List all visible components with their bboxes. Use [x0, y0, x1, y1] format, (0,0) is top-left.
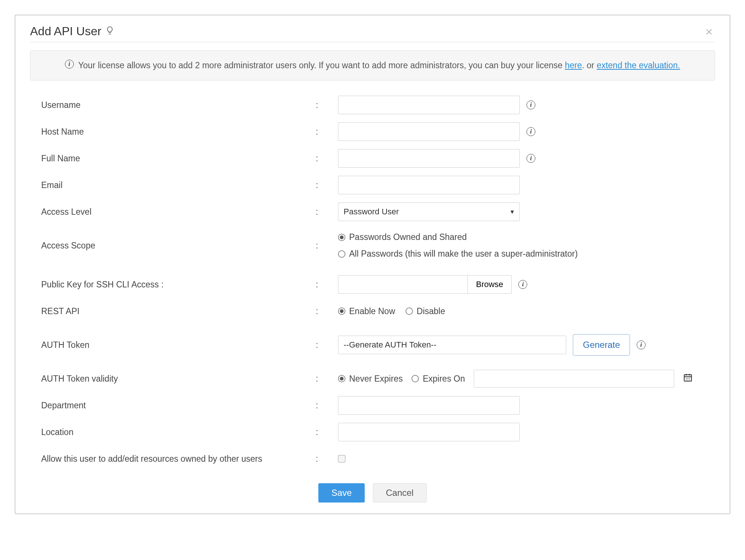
svg-point-7: [686, 380, 687, 381]
save-button[interactable]: Save: [318, 483, 365, 503]
generate-button[interactable]: Generate: [573, 334, 630, 356]
validity-expires-label: Expires On: [423, 374, 465, 384]
fullname-label: Full Name: [41, 154, 316, 164]
ssh-key-input[interactable]: [338, 275, 468, 294]
email-input[interactable]: [338, 176, 520, 194]
svg-point-9: [689, 380, 690, 381]
info-icon[interactable]: i: [637, 340, 646, 349]
radio-icon: [338, 234, 345, 241]
access-level-label: Access Level: [41, 207, 316, 217]
hostname-input[interactable]: [338, 122, 520, 141]
rest-api-enable-radio[interactable]: Enable Now: [338, 306, 395, 316]
notice-part1: Your license allows you to add 2 more ad…: [78, 60, 565, 70]
access-level-select[interactable]: Password User: [338, 202, 520, 221]
validity-never-label: Never Expires: [349, 374, 403, 384]
info-icon[interactable]: i: [518, 280, 527, 289]
location-input[interactable]: [338, 423, 520, 441]
calendar-icon[interactable]: [683, 373, 693, 385]
svg-point-4: [686, 378, 687, 379]
validity-never-radio[interactable]: Never Expires: [338, 374, 403, 384]
info-icon: i: [65, 60, 74, 69]
extend-evaluation-link[interactable]: extend the evaluation.: [597, 60, 680, 70]
auth-token-input[interactable]: [338, 336, 566, 354]
dialog-header: Add API User ×: [30, 24, 715, 42]
validity-expires-radio[interactable]: Expires On: [411, 374, 465, 384]
info-icon[interactable]: i: [526, 127, 535, 136]
auth-token-label: AUTH Token: [41, 340, 316, 350]
radio-icon: [406, 307, 413, 315]
buy-license-link[interactable]: here: [565, 60, 582, 70]
svg-point-6: [689, 378, 690, 379]
fullname-input[interactable]: [338, 149, 520, 168]
username-input[interactable]: [338, 96, 520, 114]
dialog-title: Add API User: [30, 24, 101, 38]
ssh-key-label: Public Key for SSH CLI Access :: [41, 280, 316, 290]
access-scope-all-radio[interactable]: All Passwords (this will make the user a…: [338, 249, 578, 259]
username-label: Username: [41, 100, 316, 110]
svg-point-5: [687, 378, 688, 379]
expiry-date-input[interactable]: [474, 370, 674, 388]
rest-api-disable-radio[interactable]: Disable: [406, 306, 445, 316]
rest-api-enable-label: Enable Now: [349, 306, 395, 316]
allow-edit-checkbox[interactable]: [338, 455, 345, 462]
access-scope-owned-label: Passwords Owned and Shared: [349, 232, 467, 242]
license-notice: i Your license allows you to add 2 more …: [30, 50, 715, 80]
notice-text: Your license allows you to add 2 more ad…: [78, 58, 680, 73]
location-label: Location: [41, 427, 316, 437]
close-icon[interactable]: ×: [703, 25, 715, 38]
add-api-user-dialog: Add API User × i Your license allows you…: [15, 15, 730, 514]
rest-api-label: REST API: [41, 306, 316, 316]
cancel-button[interactable]: Cancel: [373, 483, 427, 503]
department-input[interactable]: [338, 396, 520, 415]
svg-point-8: [687, 380, 688, 381]
hint-bulb-icon[interactable]: [105, 26, 115, 37]
browse-button[interactable]: Browse: [467, 275, 512, 294]
access-scope-label: Access Scope: [41, 241, 316, 251]
auth-validity-label: AUTH Token validity: [41, 374, 316, 384]
hostname-label: Host Name: [41, 127, 316, 137]
radio-icon: [411, 375, 419, 382]
notice-part2: . or: [582, 60, 597, 70]
allow-edit-label: Allow this user to add/edit resources ow…: [41, 454, 316, 464]
access-scope-all-label: All Passwords (this will make the user a…: [349, 249, 578, 259]
info-icon[interactable]: i: [526, 154, 535, 163]
radio-icon: [338, 250, 345, 258]
info-icon[interactable]: i: [526, 101, 535, 109]
form: Username : i Host Name : i Full Name : i: [30, 92, 715, 472]
radio-icon: [338, 375, 345, 382]
dialog-footer: Save Cancel: [30, 483, 715, 503]
department-label: Department: [41, 401, 316, 411]
access-level-value: Password User: [344, 207, 399, 217]
rest-api-disable-label: Disable: [417, 306, 445, 316]
radio-icon: [338, 307, 345, 315]
access-scope-owned-radio[interactable]: Passwords Owned and Shared: [338, 232, 578, 242]
email-label: Email: [41, 180, 316, 190]
